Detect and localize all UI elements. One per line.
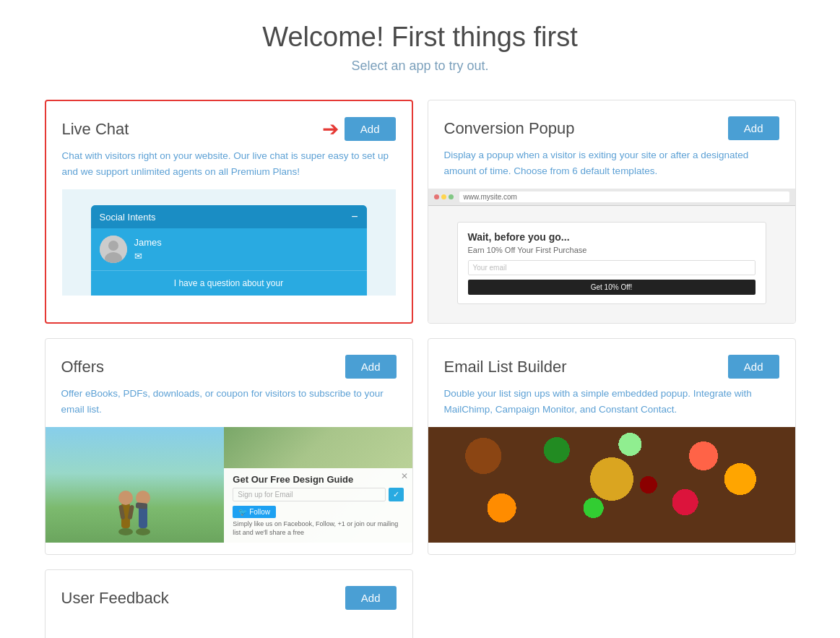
offers-image: ✕ Get Our Free Design Guide Sign up for … [46,427,412,543]
chat-widget: Social Intents − James ✉ [91,205,367,296]
offers-overlay-desc: Simply like us on Facebook, Follow, +1 o… [233,520,403,537]
chat-widget-title: Social Intents [100,212,156,223]
bottom-cards-row: User Feedback Add [45,569,796,638]
agent-info: James ✉ [134,237,162,262]
agent-avatar [100,236,127,263]
dot-green [449,194,454,199]
chat-minimize-icon: − [351,211,358,223]
conversion-popup-preview: www.mysite.com Wait, before you go... Ea… [428,189,795,323]
email-list-builder-card: Email List Builder Add Double your list … [428,338,796,555]
svg-point-5 [118,491,133,505]
user-feedback-add-button[interactable]: Add [345,586,397,610]
offers-description: Offer eBooks, PDFs, downloads, or coupon… [61,386,397,417]
svg-point-8 [136,528,150,535]
browser-chrome: www.mysite.com [428,189,795,206]
offers-card-header: Offers Add [61,355,397,379]
twitter-icon: 🐦 Follow [233,506,276,518]
conversion-popup-title: Conversion Popup [444,119,575,138]
popup-cta: Get 10% Off! [468,280,755,295]
svg-point-3 [118,528,133,535]
twitter-follow-button: 🐦 Follow [233,504,403,518]
live-chat-card: Live Chat ➔ Add Chat with visitors right… [45,100,413,324]
offers-overlay-input-row: Sign up for Email ✓ [233,488,403,501]
offers-email-input: Sign up for Email [233,488,385,501]
browser-dots [434,194,454,199]
popup-modal: Wait, before you go... Earn 10% Off Your… [457,222,766,304]
food-image [428,427,795,543]
close-x-icon: ✕ [401,471,408,481]
email-list-builder-add-button[interactable]: Add [728,355,779,379]
offers-overlay-title: Get Our Free Design Guide [233,474,403,485]
chat-question: I have a question about your [91,270,367,296]
agent-name: James [134,237,162,248]
page-header: Welcome! First things first Select an ap… [43,22,797,74]
live-chat-title: Live Chat [62,120,129,139]
email-list-builder-header: Email List Builder Add [444,355,779,379]
agent-row: James ✉ [91,228,367,270]
user-feedback-header: User Feedback Add [61,586,397,610]
live-chat-description: Chat with visitors right on your website… [62,148,396,179]
popup-input: Your email [468,260,755,275]
live-chat-card-header: Live Chat ➔ Add [62,117,396,141]
conversion-popup-header: Conversion Popup Add [444,116,779,140]
popup-title: Wait, before you go... [468,231,755,243]
dot-red [434,194,439,199]
live-chat-add-button[interactable]: Add [345,117,396,141]
arrow-add-container: ➔ Add [322,117,396,141]
conversion-popup-card: Conversion Popup Add Display a popup whe… [428,100,796,324]
arrow-right-icon: ➔ [322,119,339,139]
conversion-popup-description: Display a popup when a visitor is exitin… [444,147,779,178]
cards-grid: Live Chat ➔ Add Chat with visitors right… [45,100,796,555]
live-chat-preview: Social Intents − James ✉ [62,189,396,296]
email-list-builder-title: Email List Builder [444,358,567,376]
couple-background [46,427,225,543]
agent-email-icon: ✉ [134,251,162,262]
email-list-builder-description: Double your list sign ups with a simple … [444,386,779,417]
browser-url: www.mysite.com [459,191,789,202]
email-list-builder-preview [428,427,795,543]
dot-yellow [441,194,446,199]
offers-preview: ✕ Get Our Free Design Guide Sign up for … [46,427,412,543]
offers-title: Offers [61,358,105,376]
offers-check-icon: ✓ [389,488,404,501]
svg-point-1 [108,241,118,251]
popup-sub: Earn 10% Off Your First Purchase [468,246,755,254]
user-feedback-title: User Feedback [61,589,169,608]
svg-rect-11 [136,503,148,509]
conversion-popup-add-button[interactable]: Add [728,116,779,140]
page-subtitle: Select an app to try out. [43,59,797,74]
page-title: Welcome! First things first [43,22,797,53]
chat-widget-header: Social Intents − [91,205,367,228]
user-feedback-card: User Feedback Add [45,569,413,638]
offers-card: Offers Add Offer eBooks, PDFs, downloads… [45,338,413,555]
offers-overlay: ✕ Get Our Free Design Guide Sign up for … [224,468,412,543]
offers-add-button[interactable]: Add [345,355,397,379]
